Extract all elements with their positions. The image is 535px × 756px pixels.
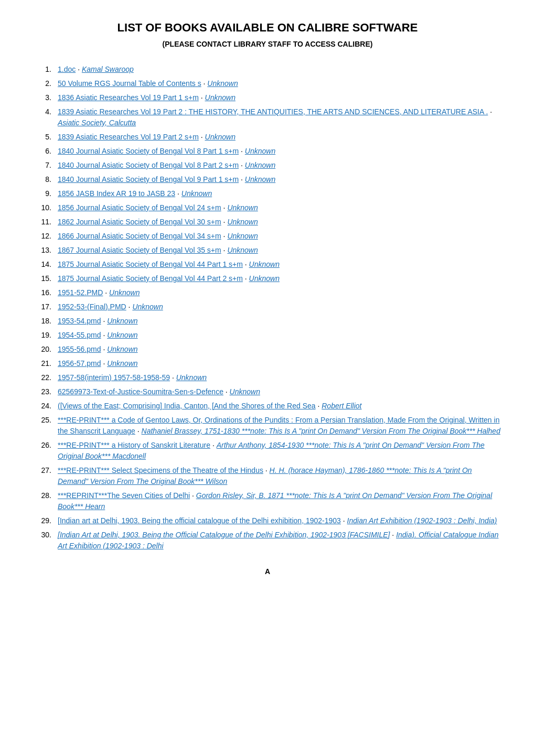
list-item: 23.62569973-Text-of-Justice-Soumitra-Sen… bbox=[31, 386, 504, 397]
list-item: 7.1840 Journal Asiatic Society of Bengal… bbox=[31, 160, 504, 171]
book-title-link[interactable]: 1875 Journal Asiatic Society of Bengal V… bbox=[58, 260, 243, 268]
book-number: 20. bbox=[31, 344, 58, 355]
list-item: 13.1867 Journal Asiatic Society of Benga… bbox=[31, 245, 504, 256]
book-author-link[interactable]: Unknown bbox=[176, 373, 207, 382]
book-title-link[interactable]: 50 Volume RGS Journal Table of Contents … bbox=[58, 79, 201, 88]
book-title-link[interactable]: 1862 Journal Asiatic Society of Bengal V… bbox=[58, 218, 221, 226]
book-author-link[interactable]: Unknown bbox=[107, 345, 137, 353]
book-title-link[interactable]: [Indian art at Delhi, 1903. Being the of… bbox=[58, 516, 341, 525]
book-author-link[interactable]: Unknown bbox=[249, 274, 280, 283]
book-title-link[interactable]: 1836 Asiatic Researches Vol 19 Part 1 s+… bbox=[58, 93, 199, 102]
book-list: 1.1.doc · Kamal Swaroop2.50 Volume RGS J… bbox=[31, 64, 504, 552]
book-title-link[interactable]: 1840 Journal Asiatic Society of Bengal V… bbox=[58, 147, 239, 155]
book-title-link[interactable]: 1840 Journal Asiatic Society of Bengal V… bbox=[58, 161, 239, 169]
book-entry: ***RE-PRINT*** a Code of Gentoo Laws, Or… bbox=[58, 415, 504, 437]
book-author-link[interactable]: Unknown bbox=[207, 79, 238, 88]
list-item: 9.1856 JASB Index AR 19 to JASB 23 · Unk… bbox=[31, 188, 504, 199]
separator: · bbox=[103, 288, 109, 297]
book-title-link[interactable]: 1839 Asiatic Researches Vol 19 Part 2 : … bbox=[58, 107, 488, 116]
book-number: 26. bbox=[31, 440, 58, 462]
list-item: 27.***RE-PRINT*** Select Specimens of th… bbox=[31, 465, 504, 487]
book-title-link[interactable]: 1840 Journal Asiatic Society of Bengal V… bbox=[58, 175, 239, 183]
book-author-link[interactable]: Unknown bbox=[181, 189, 212, 198]
book-title-link[interactable]: 1839 Asiatic Researches Vol 19 Part 2 s+… bbox=[58, 133, 199, 141]
book-author-link[interactable]: Unknown bbox=[249, 260, 280, 268]
book-entry: 1875 Journal Asiatic Society of Bengal V… bbox=[58, 273, 504, 284]
separator: · bbox=[135, 427, 142, 435]
book-title-link[interactable]: 1866 Journal Asiatic Society of Bengal V… bbox=[58, 232, 221, 240]
book-author-link[interactable]: Unknown bbox=[107, 317, 137, 325]
book-author-link[interactable]: Unknown bbox=[227, 218, 258, 226]
list-item: 21.1956-57.pmd · Unknown bbox=[31, 358, 504, 369]
list-item: 10.1856 Journal Asiatic Society of Benga… bbox=[31, 202, 504, 213]
book-number: 15. bbox=[31, 273, 58, 284]
book-entry: [Indian art at Delhi, 1903. Being the of… bbox=[58, 515, 504, 526]
book-author-link[interactable]: Unknown bbox=[230, 387, 260, 396]
book-title-link[interactable]: 1867 Journal Asiatic Society of Bengal V… bbox=[58, 246, 221, 254]
book-entry: ***REPRINT***The Seven Cities of Delhi ·… bbox=[58, 490, 504, 512]
book-title-link[interactable]: ([Views of the East; Comprising] India, … bbox=[58, 402, 316, 410]
book-author-link[interactable]: Unknown bbox=[132, 303, 163, 311]
book-author-link[interactable]: Unknown bbox=[107, 331, 137, 339]
list-item: 28.***REPRINT***The Seven Cities of Delh… bbox=[31, 490, 504, 512]
list-item: 15.1875 Journal Asiatic Society of Benga… bbox=[31, 273, 504, 284]
book-entry: 1866 Journal Asiatic Society of Bengal V… bbox=[58, 231, 504, 242]
list-item: 5.1839 Asiatic Researches Vol 19 Part 2 … bbox=[31, 132, 504, 143]
book-author-link[interactable]: Unknown bbox=[227, 203, 258, 212]
book-number: 28. bbox=[31, 490, 58, 512]
book-number: 10. bbox=[31, 202, 58, 213]
book-title-link[interactable]: 1951-52.PMD bbox=[58, 288, 103, 297]
book-title-link[interactable]: 1954-55.pmd bbox=[58, 331, 101, 339]
book-number: 17. bbox=[31, 301, 58, 312]
book-number: 19. bbox=[31, 330, 58, 341]
book-title-link[interactable]: ***RE-PRINT*** a History of Sanskrit Lit… bbox=[58, 441, 210, 449]
book-title-link[interactable]: 1956-57.pmd bbox=[58, 359, 101, 368]
book-author-link[interactable]: Unknown bbox=[107, 359, 137, 368]
book-title-link[interactable]: 62569973-Text-of-Justice-Soumitra-Sen-s-… bbox=[58, 387, 223, 396]
book-entry: 1875 Journal Asiatic Society of Bengal V… bbox=[58, 259, 504, 270]
book-author-link[interactable]: Unknown bbox=[227, 232, 258, 240]
book-author-link[interactable]: Asiatic Society, Calcutta bbox=[58, 118, 136, 127]
book-title-link[interactable]: ***REPRINT***The Seven Cities of Delhi bbox=[58, 491, 190, 500]
book-title-link[interactable]: 1953-54.pmd bbox=[58, 317, 101, 325]
book-entry: 50 Volume RGS Journal Table of Contents … bbox=[58, 78, 504, 89]
book-author-link[interactable]: Unknown bbox=[109, 288, 140, 297]
book-title-link[interactable]: 1856 Journal Asiatic Society of Bengal V… bbox=[58, 203, 221, 212]
list-item: 20.1955-56.pmd · Unknown bbox=[31, 344, 504, 355]
book-title-link[interactable]: 1955-56.pmd bbox=[58, 345, 101, 353]
book-author-link[interactable]: Unknown bbox=[245, 147, 275, 155]
list-item: 3.1836 Asiatic Researches Vol 19 Part 1 … bbox=[31, 92, 504, 103]
book-number: 21. bbox=[31, 358, 58, 369]
book-number: 18. bbox=[31, 316, 58, 327]
book-number: 4. bbox=[31, 106, 58, 128]
book-title-link[interactable]: 1.doc bbox=[58, 65, 76, 73]
separator: · bbox=[76, 65, 82, 73]
book-title-link[interactable]: [Indian Art at Delhi, 1903. Being the Of… bbox=[58, 531, 390, 539]
book-number: 16. bbox=[31, 287, 58, 298]
book-title-link[interactable]: 1856 JASB Index AR 19 to JASB 23 bbox=[58, 189, 175, 198]
list-item: 19.1954-55.pmd · Unknown bbox=[31, 330, 504, 341]
book-author-link[interactable]: Robert Elliot bbox=[322, 402, 361, 410]
separator: · bbox=[223, 387, 230, 396]
list-item: 25.***RE-PRINT*** a Code of Gentoo Laws,… bbox=[31, 415, 504, 437]
book-author-link[interactable]: Unknown bbox=[205, 133, 236, 141]
separator: · bbox=[201, 79, 208, 88]
book-entry: ***RE-PRINT*** a History of Sanskrit Lit… bbox=[58, 440, 504, 462]
book-number: 8. bbox=[31, 174, 58, 185]
book-author-link[interactable]: Kamal Swaroop bbox=[82, 65, 134, 73]
book-title-link[interactable]: 1875 Journal Asiatic Society of Bengal V… bbox=[58, 274, 243, 283]
book-title-link[interactable]: 1952-53-(Final).PMD bbox=[58, 303, 126, 311]
book-author-link[interactable]: Unknown bbox=[205, 93, 236, 102]
book-author-link[interactable]: Nathaniel Brassey, 1751-1830 ***note: Th… bbox=[142, 427, 500, 435]
separator: · bbox=[239, 147, 245, 155]
book-title-link[interactable]: ***RE-PRINT*** Select Specimens of the T… bbox=[58, 466, 263, 474]
book-author-link[interactable]: Unknown bbox=[227, 246, 258, 254]
book-author-link[interactable]: Indian Art Exhibition (1902-1903 : Delhi… bbox=[347, 516, 497, 525]
separator: · bbox=[239, 175, 245, 183]
book-entry: 1957-58(interim) 1957-58-1958-59 · Unkno… bbox=[58, 372, 504, 383]
list-item: 16.1951-52.PMD · Unknown bbox=[31, 287, 504, 298]
book-author-link[interactable]: Unknown bbox=[245, 161, 275, 169]
book-number: 23. bbox=[31, 386, 58, 397]
book-author-link[interactable]: Unknown bbox=[245, 175, 275, 183]
book-title-link[interactable]: 1957-58(interim) 1957-58-1958-59 bbox=[58, 373, 170, 382]
